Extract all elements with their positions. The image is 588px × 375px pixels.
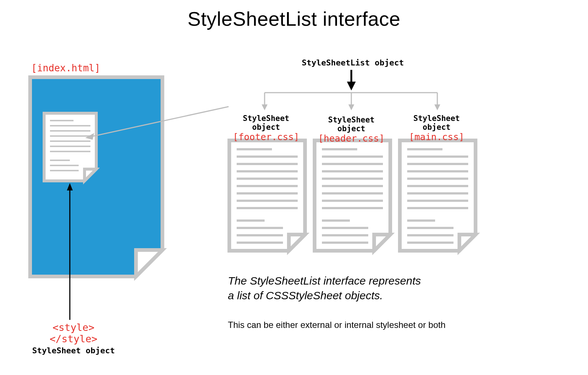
main-object-label: StyleSheet object (400, 114, 473, 132)
style-tag-label: <style></style> (29, 322, 118, 344)
diagram-canvas: StyleSheetList interface [index.html] (0, 0, 588, 375)
caption-line-2: a list of CSSStyleSheet objects. (228, 288, 383, 303)
svg-marker-58 (459, 235, 476, 251)
main-file-label: [main.css] (400, 132, 473, 142)
stylesheetlist-object-label: StyleSheetList object (301, 58, 404, 67)
diagram-svg (0, 0, 588, 375)
header-object-label: StyleSheet object (315, 115, 388, 133)
footer-css-labels: StyleSheet object [footer.css] (229, 114, 303, 142)
style-object-label: StyleSheet object (29, 346, 118, 355)
svg-marker-28 (289, 235, 305, 251)
caption-line-1: The StyleSheetList interface represents (228, 274, 421, 289)
inner-style-doc-icon (44, 113, 96, 181)
svg-marker-25 (348, 104, 354, 110)
footer-file-label: [footer.css] (229, 132, 303, 142)
caption-note: This can be either external or internal … (228, 320, 445, 330)
svg-marker-24 (262, 104, 268, 110)
bracket-distribute-icon (262, 93, 440, 110)
main-css-labels: StyleSheet object [main.css] (400, 114, 473, 142)
header-css-doc-icon (315, 140, 390, 251)
svg-marker-1 (136, 250, 162, 276)
main-css-doc-icon (400, 140, 476, 251)
header-file-label: [header.css] (315, 133, 388, 144)
svg-marker-43 (374, 235, 390, 251)
footer-css-doc-icon (229, 140, 305, 251)
header-css-labels: StyleSheet object [header.css] (315, 115, 388, 144)
arrow-list-down-icon (347, 70, 356, 90)
style-tag-block: <style></style> StyleSheet object (29, 322, 118, 355)
svg-marker-19 (347, 82, 356, 90)
svg-marker-26 (434, 104, 440, 110)
footer-object-label: StyleSheet object (229, 114, 303, 132)
